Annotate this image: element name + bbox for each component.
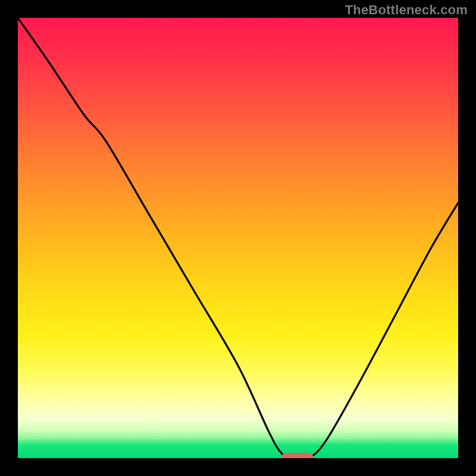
chart-frame: TheBottleneck.com xyxy=(0,0,476,476)
watermark-text: TheBottleneck.com xyxy=(345,2,468,18)
optimum-marker xyxy=(282,453,313,458)
bottleneck-curve xyxy=(18,18,458,458)
plot-area xyxy=(18,18,458,458)
curve-svg xyxy=(18,18,458,458)
